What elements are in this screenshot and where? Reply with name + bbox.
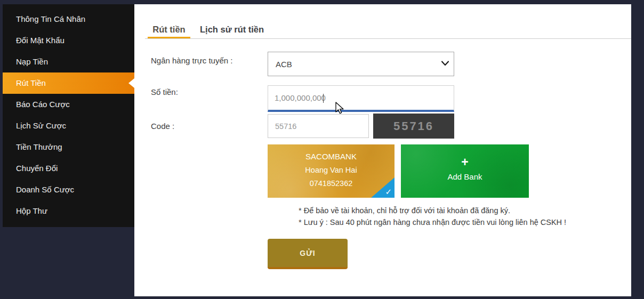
submit-button[interactable]: GỬI xyxy=(268,239,348,269)
sidebar-item-bet-report[interactable]: Báo Cáo Cược xyxy=(3,94,134,115)
amount-input-wrap xyxy=(268,85,454,112)
sidebar-item-withdraw[interactable]: Rút Tiền xyxy=(3,72,134,94)
plus-icon: + xyxy=(401,156,529,168)
sidebar-item-bonus[interactable]: Tiền Thưởng xyxy=(3,136,134,158)
sidebar-item-personal-info[interactable]: Thông Tin Cá Nhân xyxy=(3,9,134,30)
sidebar-item-transfer[interactable]: Chuyển Đổi xyxy=(3,158,134,179)
sidebar-item-label: Báo Cáo Cược xyxy=(16,100,70,109)
sidebar-item-inbox[interactable]: Hộp Thư xyxy=(3,200,134,222)
main-panel: Rút tiền Lịch sử rút tiền Ngân hàng trực… xyxy=(134,4,631,296)
tab-withdraw[interactable]: Rút tiền xyxy=(148,25,190,35)
sidebar: Thông Tin Cá Nhân Đổi Mật Khẩu Nạp Tiền … xyxy=(3,4,134,227)
sidebar-item-label: Lịch Sử Cược xyxy=(16,121,66,130)
text-caret xyxy=(323,94,324,103)
sidebar-item-label: Chuyển Đổi xyxy=(16,164,58,173)
note-account-registered: * Để bảo về tài khoản, chỉ hỗ trợ đối vớ… xyxy=(299,205,566,216)
bank-card-bank-name: SACOMBANK xyxy=(268,152,395,161)
sidebar-item-label: Thông Tin Cá Nhân xyxy=(16,14,85,23)
sidebar-item-change-password[interactable]: Đổi Mật Khẩu xyxy=(3,30,134,51)
bank-card-holder-name: Hoang Van Hai xyxy=(268,166,395,174)
sidebar-item-label: Doanh Số Cược xyxy=(16,185,74,194)
bank-select-label: Ngân hàng trực tuyến : xyxy=(151,56,232,65)
sidebar-item-deposit[interactable]: Nạp Tiền xyxy=(3,51,134,72)
sidebar-item-label: Đổi Mật Khẩu xyxy=(16,36,65,45)
sidebar-item-bet-history[interactable]: Lịch Sử Cược xyxy=(3,115,134,136)
check-icon: ✓ xyxy=(385,187,392,197)
sidebar-item-label: Nạp Tiền xyxy=(16,57,48,66)
sidebar-item-turnover[interactable]: Doanh Số Cược xyxy=(3,179,134,200)
sidebar-item-label: Tiền Thưởng xyxy=(16,142,62,151)
code-label: Code : xyxy=(151,122,174,131)
captcha-image: 55716 xyxy=(373,114,454,139)
sidebar-item-label: Hộp Thư xyxy=(16,206,47,215)
page: { "sidebar": { "items": [ { "id": "perso… xyxy=(0,0,644,299)
amount-input[interactable] xyxy=(268,85,454,112)
code-input[interactable] xyxy=(268,114,369,138)
add-bank-button[interactable]: + Add Bank xyxy=(401,144,529,198)
note-contact-cskh: * Lưu ý : Sau 40 phút ngân hàng chưa nhậ… xyxy=(299,216,566,228)
bank-select[interactable]: ACB xyxy=(268,52,454,76)
bank-select-wrap: ACB xyxy=(268,52,454,76)
amount-label: Số tiền: xyxy=(151,87,178,96)
add-bank-label: Add Bank xyxy=(401,172,529,181)
notes: * Để bảo về tài khoản, chỉ hỗ trợ đối vớ… xyxy=(299,205,566,228)
tab-divider xyxy=(145,38,631,39)
sidebar-item-label: Rút Tiền xyxy=(16,78,46,87)
active-item-notch xyxy=(128,78,134,88)
tab-withdraw-history[interactable]: Lịch sử rút tiền xyxy=(200,25,264,35)
saved-bank-card[interactable]: SACOMBANK Hoang Van Hai 0741852362 ✓ xyxy=(268,144,395,198)
